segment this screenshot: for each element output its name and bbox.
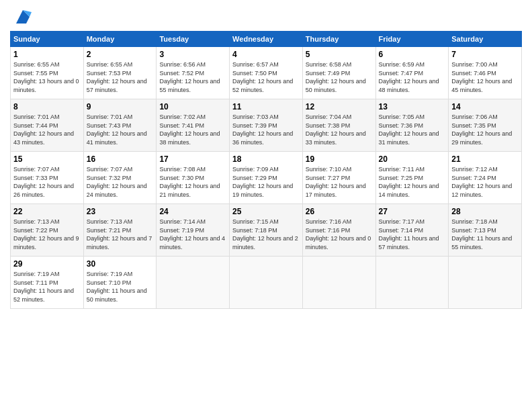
calendar-row: 1 Sunrise: 6:55 AMSunset: 7:55 PMDayligh…: [11, 47, 522, 99]
calendar-row: 15 Sunrise: 7:07 AMSunset: 7:33 PMDaylig…: [11, 152, 522, 204]
day-info: Sunrise: 7:02 AMSunset: 7:41 PMDaylight:…: [159, 113, 220, 146]
calendar-cell: 12 Sunrise: 7:04 AMSunset: 7:38 PMDaylig…: [302, 99, 375, 152]
header-day: Tuesday: [157, 32, 230, 47]
calendar-cell: 22 Sunrise: 7:13 AMSunset: 7:22 PMDaylig…: [11, 204, 84, 257]
day-number: 18: [232, 154, 300, 164]
calendar-cell: 16 Sunrise: 7:07 AMSunset: 7:32 PMDaylig…: [83, 152, 157, 204]
calendar-cell: 30 Sunrise: 7:19 AMSunset: 7:10 PMDaylig…: [83, 257, 157, 309]
day-number: 5: [306, 50, 373, 59]
calendar-header: SundayMondayTuesdayWednesdayThursdayFrid…: [11, 32, 522, 47]
calendar-cell: 25 Sunrise: 7:15 AMSunset: 7:18 PMDaylig…: [230, 204, 303, 257]
day-info: Sunrise: 7:07 AMSunset: 7:32 PMDaylight:…: [87, 166, 147, 198]
day-info: Sunrise: 7:09 AMSunset: 7:29 PMDaylight:…: [232, 166, 293, 198]
calendar-cell: 19 Sunrise: 7:10 AMSunset: 7:27 PMDaylig…: [302, 152, 375, 204]
day-info: Sunrise: 6:55 AMSunset: 7:55 PMDaylight:…: [13, 61, 79, 93]
day-info: Sunrise: 6:55 AMSunset: 7:53 PMDaylight:…: [87, 61, 147, 93]
day-info: Sunrise: 7:04 AMSunset: 7:38 PMDaylight:…: [306, 113, 366, 146]
header-day: Friday: [375, 32, 449, 47]
day-info: Sunrise: 7:01 AMSunset: 7:43 PMDaylight:…: [87, 113, 147, 146]
day-number: 14: [451, 102, 519, 111]
day-info: Sunrise: 6:56 AMSunset: 7:52 PMDaylight:…: [159, 61, 220, 93]
day-number: 1: [13, 50, 81, 59]
day-info: Sunrise: 7:16 AMSunset: 7:16 PMDaylight:…: [306, 218, 371, 250]
calendar-cell: [230, 257, 303, 309]
day-number: 16: [87, 154, 154, 164]
day-info: Sunrise: 7:12 AMSunset: 7:24 PMDaylight:…: [451, 166, 512, 198]
calendar-cell: 3 Sunrise: 6:56 AMSunset: 7:52 PMDayligh…: [157, 47, 230, 99]
calendar-row: 8 Sunrise: 7:01 AMSunset: 7:44 PMDayligh…: [11, 99, 522, 152]
calendar-cell: 21 Sunrise: 7:12 AMSunset: 7:24 PMDaylig…: [449, 152, 522, 204]
day-number: 3: [159, 50, 226, 59]
day-number: 13: [379, 102, 446, 111]
calendar-page: SundayMondayTuesdayWednesdayThursdayFrid…: [0, 0, 532, 411]
calendar-row: 22 Sunrise: 7:13 AMSunset: 7:22 PMDaylig…: [11, 204, 522, 257]
calendar-cell: 2 Sunrise: 6:55 AMSunset: 7:53 PMDayligh…: [83, 47, 157, 99]
calendar-cell: 10 Sunrise: 7:02 AMSunset: 7:41 PMDaylig…: [157, 99, 230, 152]
day-number: 25: [232, 207, 300, 216]
day-info: Sunrise: 7:19 AMSunset: 7:10 PMDaylight:…: [87, 271, 147, 303]
calendar-cell: 4 Sunrise: 6:57 AMSunset: 7:50 PMDayligh…: [230, 47, 303, 99]
calendar-row: 29 Sunrise: 7:19 AMSunset: 7:11 PMDaylig…: [11, 257, 522, 309]
header-day: Saturday: [449, 32, 522, 47]
header-day: Thursday: [302, 32, 375, 47]
calendar-cell: 6 Sunrise: 6:59 AMSunset: 7:47 PMDayligh…: [375, 47, 449, 99]
calendar-cell: 9 Sunrise: 7:01 AMSunset: 7:43 PMDayligh…: [83, 99, 157, 152]
calendar-cell: 7 Sunrise: 7:00 AMSunset: 7:46 PMDayligh…: [449, 47, 522, 99]
day-number: 27: [379, 207, 446, 216]
calendar-cell: 14 Sunrise: 7:06 AMSunset: 7:35 PMDaylig…: [449, 99, 522, 152]
calendar-table: SundayMondayTuesdayWednesdayThursdayFrid…: [10, 31, 522, 309]
day-info: Sunrise: 7:19 AMSunset: 7:11 PMDaylight:…: [13, 271, 74, 303]
calendar-cell: 28 Sunrise: 7:18 AMSunset: 7:13 PMDaylig…: [449, 204, 522, 257]
day-info: Sunrise: 6:58 AMSunset: 7:49 PMDaylight:…: [306, 61, 366, 93]
header: [10, 7, 522, 27]
header-row: SundayMondayTuesdayWednesdayThursdayFrid…: [11, 32, 522, 47]
day-number: 21: [451, 154, 519, 164]
day-number: 17: [159, 154, 226, 164]
day-number: 8: [13, 102, 81, 111]
day-number: 29: [13, 259, 81, 269]
day-number: 28: [451, 207, 519, 216]
day-number: 19: [306, 154, 373, 164]
calendar-cell: 11 Sunrise: 7:03 AMSunset: 7:39 PMDaylig…: [230, 99, 303, 152]
day-info: Sunrise: 7:05 AMSunset: 7:36 PMDaylight:…: [379, 113, 439, 146]
day-number: 2: [87, 50, 154, 59]
calendar-body: 1 Sunrise: 6:55 AMSunset: 7:55 PMDayligh…: [11, 47, 522, 309]
header-day: Sunday: [11, 32, 84, 47]
day-info: Sunrise: 7:13 AMSunset: 7:21 PMDaylight:…: [87, 218, 152, 250]
day-info: Sunrise: 6:59 AMSunset: 7:47 PMDaylight:…: [379, 61, 439, 93]
calendar-cell: 24 Sunrise: 7:14 AMSunset: 7:19 PMDaylig…: [157, 204, 230, 257]
day-number: 20: [379, 154, 446, 164]
logo: [10, 7, 33, 27]
day-info: Sunrise: 7:10 AMSunset: 7:27 PMDaylight:…: [306, 166, 366, 198]
header-day: Monday: [83, 32, 157, 47]
day-info: Sunrise: 7:14 AMSunset: 7:19 PMDaylight:…: [159, 218, 225, 250]
day-number: 26: [306, 207, 373, 216]
calendar-cell: 18 Sunrise: 7:09 AMSunset: 7:29 PMDaylig…: [230, 152, 303, 204]
calendar-cell: 20 Sunrise: 7:11 AMSunset: 7:25 PMDaylig…: [375, 152, 449, 204]
logo-icon: [13, 7, 33, 27]
calendar-cell: 8 Sunrise: 7:01 AMSunset: 7:44 PMDayligh…: [11, 99, 84, 152]
calendar-cell: [302, 257, 375, 309]
day-info: Sunrise: 7:07 AMSunset: 7:33 PMDaylight:…: [13, 166, 74, 198]
day-number: 23: [87, 207, 154, 216]
calendar-cell: 5 Sunrise: 6:58 AMSunset: 7:49 PMDayligh…: [302, 47, 375, 99]
day-number: 15: [13, 154, 81, 164]
day-number: 24: [159, 207, 226, 216]
calendar-cell: 26 Sunrise: 7:16 AMSunset: 7:16 PMDaylig…: [302, 204, 375, 257]
day-info: Sunrise: 7:18 AMSunset: 7:13 PMDaylight:…: [451, 218, 512, 250]
day-info: Sunrise: 7:11 AMSunset: 7:25 PMDaylight:…: [379, 166, 439, 198]
calendar-cell: 15 Sunrise: 7:07 AMSunset: 7:33 PMDaylig…: [11, 152, 84, 204]
calendar-cell: [375, 257, 449, 309]
calendar-cell: [157, 257, 230, 309]
calendar-cell: 27 Sunrise: 7:17 AMSunset: 7:14 PMDaylig…: [375, 204, 449, 257]
calendar-cell: 1 Sunrise: 6:55 AMSunset: 7:55 PMDayligh…: [11, 47, 84, 99]
day-number: 9: [87, 102, 154, 111]
calendar-cell: 17 Sunrise: 7:08 AMSunset: 7:30 PMDaylig…: [157, 152, 230, 204]
day-number: 6: [379, 50, 446, 59]
day-number: 30: [87, 259, 154, 269]
day-number: 7: [451, 50, 519, 59]
day-info: Sunrise: 7:01 AMSunset: 7:44 PMDaylight:…: [13, 113, 74, 146]
calendar-cell: 13 Sunrise: 7:05 AMSunset: 7:36 PMDaylig…: [375, 99, 449, 152]
day-number: 4: [232, 50, 300, 59]
day-info: Sunrise: 7:00 AMSunset: 7:46 PMDaylight:…: [451, 61, 512, 93]
